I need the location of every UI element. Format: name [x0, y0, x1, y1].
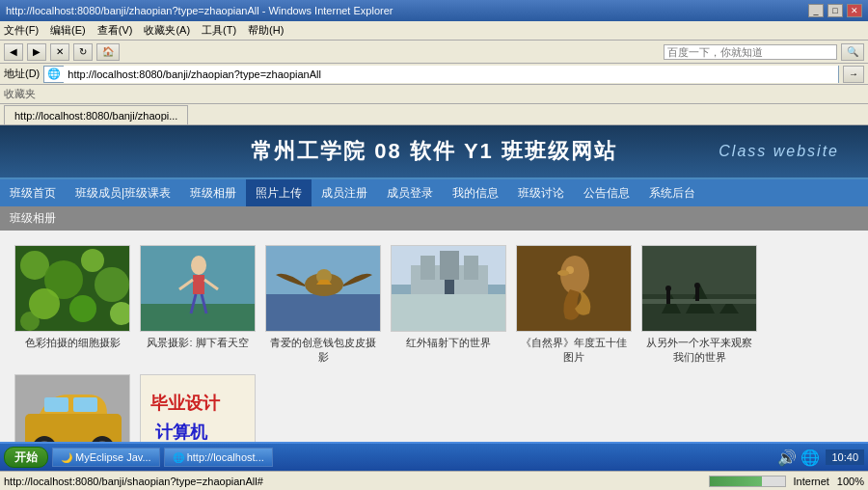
- svg-rect-28: [392, 294, 506, 332]
- address-icon: 🌐: [44, 68, 64, 80]
- status-right: Internet 100%: [709, 476, 864, 487]
- svg-point-42: [694, 283, 700, 288]
- svg-rect-39: [666, 289, 670, 304]
- svg-rect-10: [141, 304, 256, 332]
- nav-item-myinfo[interactable]: 我的信息: [443, 179, 508, 206]
- browser-titlebar: http://localhost:8080/banji/zhaopian?typ…: [0, 0, 868, 21]
- list-item[interactable]: 从另外一个水平来观察我们的世界: [641, 245, 757, 365]
- browser-toolbar: ◀ ▶ ✕ ↻ 🏠 🔍: [0, 41, 868, 64]
- progress-bar: [709, 476, 786, 487]
- gallery-caption-3: 青爱的创意钱包皮皮摄影: [265, 336, 381, 365]
- start-button[interactable]: 开始: [4, 447, 48, 468]
- menu-item-tools[interactable]: 工具(T): [202, 23, 236, 38]
- gallery-image-3[interactable]: [265, 245, 381, 332]
- svg-rect-38: [642, 299, 757, 304]
- zoom-level: 100%: [837, 476, 864, 487]
- list-item[interactable]: 风景摄影: 脚下看天空: [140, 245, 256, 365]
- gallery-caption-6: 从另外一个水平来观察我们的世界: [641, 336, 757, 365]
- nav-item-discuss[interactable]: 班级讨论: [508, 179, 574, 206]
- tab-strip: http://localhost:8080/banji/zhaopi...: [0, 104, 868, 125]
- svg-rect-26: [440, 251, 459, 280]
- nav-item-members[interactable]: 班级成员|班级课表: [66, 179, 180, 206]
- list-item[interactable]: 青爱的创意钱包皮皮摄影: [265, 245, 381, 365]
- browser-content[interactable]: 常州工学院 08 软件 Y1 班班级网站 Class website 班级首页 …: [0, 125, 868, 469]
- refresh-button[interactable]: ↻: [73, 43, 93, 61]
- gallery-grid: 色彩拍摄的细胞摄影 风景摄: [0, 231, 868, 469]
- svg-rect-46: [73, 397, 97, 412]
- nav-item-upload[interactable]: 照片上传: [246, 179, 312, 206]
- minimize-button[interactable]: _: [808, 4, 824, 17]
- svg-point-32: [557, 270, 569, 276]
- nav-item-register[interactable]: 成员注册: [312, 179, 377, 206]
- gallery-image-2[interactable]: [140, 245, 256, 332]
- search-button[interactable]: 🔍: [841, 43, 864, 61]
- section-header: 班级相册: [0, 206, 868, 231]
- svg-rect-41: [695, 286, 699, 301]
- browser-tab[interactable]: http://localhost:8080/banji/zhaopi...: [4, 105, 188, 124]
- taskbar-item-eclipse[interactable]: 🌙 MyEclipse Jav...: [52, 448, 160, 467]
- nav-item-notice[interactable]: 公告信息: [574, 179, 639, 206]
- links-bar: 收藏夹: [0, 85, 868, 104]
- svg-text:计算机: 计算机: [155, 422, 208, 442]
- favorites-label: 收藏夹: [4, 87, 36, 101]
- header-subtitle: Class website: [719, 143, 839, 160]
- ie-icon: 🌐: [173, 452, 184, 463]
- svg-point-11: [191, 256, 206, 275]
- gallery-image-6[interactable]: [641, 245, 757, 332]
- clock: 10:40: [826, 449, 864, 465]
- list-item[interactable]: 红外辐射下的世界: [391, 245, 506, 365]
- nav-item-album[interactable]: 班级相册: [180, 179, 246, 206]
- section-title: 班级相册: [10, 211, 56, 225]
- gallery-caption-2: 风景摄影: 脚下看天空: [140, 336, 256, 350]
- go-button[interactable]: →: [843, 66, 864, 83]
- gallery-image-1[interactable]: [14, 245, 130, 332]
- list-item[interactable]: 色彩拍摄的细胞摄影: [14, 245, 130, 365]
- menu-item-help[interactable]: 帮助(H): [248, 23, 284, 38]
- nav-item-home[interactable]: 班级首页: [0, 179, 66, 206]
- svg-point-4: [95, 267, 129, 302]
- svg-point-1: [20, 251, 49, 280]
- progress-fill: [710, 476, 763, 486]
- gallery-image-4[interactable]: [391, 245, 506, 332]
- forward-button[interactable]: ▶: [27, 43, 46, 61]
- home-button[interactable]: 🏠: [96, 43, 120, 61]
- taskbar-right: 🔊 🌐 10:40: [777, 449, 864, 467]
- menu-item-view[interactable]: 查看(V): [97, 23, 133, 38]
- search-input[interactable]: [664, 44, 837, 60]
- stop-button[interactable]: ✕: [50, 43, 69, 61]
- svg-rect-45: [44, 397, 68, 412]
- page-header: 常州工学院 08 软件 Y1 班班级网站 Class website: [0, 125, 868, 179]
- taskbar-item-ie[interactable]: 🌐 http://localhost...: [164, 448, 273, 467]
- gallery-caption-5: 《自然界》年度五十佳图片: [516, 336, 632, 365]
- close-button[interactable]: ✕: [847, 4, 862, 17]
- nav-bar: 班级首页 班级成员|班级课表 班级相册 照片上传 成员注册 成员登录 我的信息 …: [0, 179, 868, 206]
- list-item[interactable]: 《自然界》年度五十佳图片: [516, 245, 632, 365]
- maximize-button[interactable]: □: [827, 4, 843, 17]
- svg-point-6: [69, 295, 96, 322]
- address-bar: 地址(D) 🌐 →: [0, 64, 868, 85]
- menu-bar: 文件(F) 编辑(E) 查看(V) 收藏夹(A) 工具(T) 帮助(H): [0, 21, 868, 41]
- status-url: http://localhost:8080/banji/shaopian?typ…: [4, 476, 709, 487]
- menu-item-file[interactable]: 文件(F): [4, 23, 39, 38]
- eclipse-icon: 🌙: [61, 452, 72, 463]
- svg-rect-25: [464, 256, 478, 280]
- gallery-caption-4: 红外辐射下的世界: [391, 336, 506, 350]
- svg-point-3: [81, 249, 104, 272]
- nav-item-login[interactable]: 成员登录: [377, 179, 443, 206]
- gallery-caption-1: 色彩拍摄的细胞摄影: [14, 336, 130, 350]
- browser-title: http://localhost:8080/banji/zhaopian?typ…: [6, 5, 393, 16]
- page-wrapper: 常州工学院 08 软件 Y1 班班级网站 Class website 班级首页 …: [0, 125, 868, 469]
- taskbar: 开始 🌙 MyEclipse Jav... 🌐 http://localhost…: [0, 442, 868, 471]
- menu-item-edit[interactable]: 编辑(E): [50, 23, 86, 38]
- svg-rect-12: [193, 275, 204, 294]
- nav-item-admin[interactable]: 系统后台: [639, 179, 705, 206]
- svg-rect-24: [420, 256, 435, 280]
- status-bar: http://localhost:8080/banji/shaopian?typ…: [0, 471, 868, 490]
- tab-label: http://localhost:8080/banji/zhaopi...: [14, 110, 177, 122]
- svg-text:毕业设计: 毕业设计: [150, 394, 221, 413]
- back-button[interactable]: ◀: [4, 43, 23, 61]
- address-input[interactable]: [64, 66, 838, 83]
- gallery-image-5[interactable]: [516, 245, 632, 332]
- menu-item-favorites[interactable]: 收藏夹(A): [144, 23, 190, 38]
- address-label: 地址(D): [4, 67, 40, 81]
